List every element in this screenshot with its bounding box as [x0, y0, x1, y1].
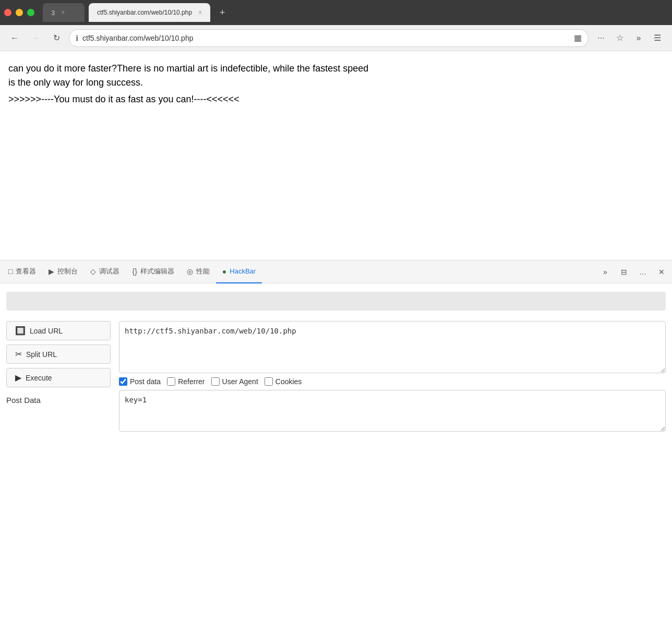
- user-agent-checkbox-text: User Agent: [222, 377, 258, 386]
- tab-hackbar[interactable]: ● HackBar: [216, 260, 262, 283]
- star-icon: ☆: [616, 33, 623, 43]
- reload-icon: ↻: [53, 33, 60, 43]
- load-url-label: Load URL: [30, 327, 63, 335]
- tab-label-active: ctf5.shiyanbar.com/web/10/10.php: [97, 9, 192, 16]
- tab-inspector[interactable]: □ 查看器: [2, 260, 42, 283]
- dock-icon: ⊟: [621, 268, 627, 276]
- post-data-checkbox-label[interactable]: Post data: [119, 377, 161, 386]
- split-url-icon: ✂: [15, 349, 22, 359]
- reload-button[interactable]: ↻: [48, 30, 65, 46]
- browser-tab-inactive[interactable]: 3 ×: [43, 3, 85, 22]
- style-icon: {}: [132, 267, 137, 276]
- more-panels-icon: »: [603, 268, 607, 276]
- referrer-checkbox-label[interactable]: Referrer: [167, 377, 205, 386]
- checkboxes-row: Post data Referrer User Agent Cookies: [119, 377, 666, 386]
- post-data-checkbox[interactable]: [119, 377, 127, 386]
- post-data-label: Post Data: [6, 396, 41, 405]
- devtools-close-button[interactable]: ✕: [653, 264, 670, 280]
- minimize-traffic-light[interactable]: [16, 9, 23, 16]
- inspector-label: 查看器: [16, 267, 36, 276]
- debugger-label: 调试器: [99, 267, 119, 276]
- close-traffic-light[interactable]: [4, 9, 11, 16]
- forward-icon: →: [31, 33, 40, 43]
- qr-icon[interactable]: ▦: [574, 33, 582, 43]
- post-data-section-label: Post Data: [6, 396, 111, 405]
- security-icon: ℹ: [76, 34, 78, 42]
- menu-button[interactable]: ☰: [649, 30, 666, 46]
- forward-button[interactable]: →: [27, 30, 44, 46]
- url-input[interactable]: [119, 321, 666, 373]
- hackbar-panel: 🔲 Load URL ✂ Split URL ▶ Execute Post Da…: [0, 283, 672, 442]
- post-data-checkbox-text: Post data: [130, 377, 161, 386]
- cookies-checkbox[interactable]: [265, 377, 273, 386]
- nav-bar: ← → ↻ ℹ ctf5.shiyanbar.com/web/10/10.php…: [0, 25, 672, 51]
- nav-actions: ··· ☆ » ☰: [593, 30, 666, 46]
- maximize-traffic-light[interactable]: [27, 9, 34, 16]
- traffic-lights: [4, 9, 34, 16]
- tab-close-inactive[interactable]: ×: [61, 9, 65, 16]
- hackbar-button-group: 🔲 Load URL ✂ Split URL ▶ Execute Post Da…: [6, 321, 111, 432]
- page-text-line3: >>>>>>----You must do it as fast as you …: [8, 92, 664, 107]
- split-url-label: Split URL: [26, 350, 57, 359]
- performance-label: 性能: [196, 267, 210, 276]
- devtools-options-button[interactable]: …: [634, 264, 651, 280]
- devtools-options-icon: …: [639, 268, 646, 276]
- user-agent-checkbox-label[interactable]: User Agent: [211, 377, 258, 386]
- back-button[interactable]: ←: [6, 30, 23, 46]
- more-panels-button[interactable]: »: [597, 264, 614, 280]
- new-tab-button[interactable]: +: [214, 5, 230, 20]
- tab-label: 3: [51, 9, 55, 17]
- browser-chrome: 3 × ctf5.shiyanbar.com/web/10/10.php × +…: [0, 0, 672, 51]
- bookmark-button[interactable]: ☆: [611, 30, 628, 46]
- devtools-tab-bar: □ 查看器 ▶ 控制台 ◇ 调试器 {} 样式编辑器 ◎ 性能 ● HackBa…: [0, 260, 672, 283]
- cookies-checkbox-label[interactable]: Cookies: [265, 377, 302, 386]
- console-icon: ▶: [49, 267, 54, 276]
- back-icon: ←: [10, 33, 19, 43]
- load-url-button[interactable]: 🔲 Load URL: [6, 321, 111, 340]
- hackbar-icon: ●: [222, 267, 226, 276]
- hamburger-icon: ☰: [654, 33, 661, 43]
- dock-button[interactable]: ⊟: [616, 264, 632, 280]
- browser-tab-active[interactable]: ctf5.shiyanbar.com/web/10/10.php ×: [89, 3, 210, 22]
- more-button[interactable]: ···: [593, 30, 609, 46]
- extensions-icon: »: [637, 33, 641, 43]
- devtools-close-icon: ✕: [658, 268, 665, 276]
- user-agent-checkbox[interactable]: [211, 377, 220, 386]
- performance-icon: ◎: [187, 267, 193, 276]
- style-label: 样式编辑器: [140, 267, 174, 276]
- tab-console[interactable]: ▶ 控制台: [42, 260, 84, 283]
- inspector-icon: □: [8, 267, 13, 276]
- devtools-panel: □ 查看器 ▶ 控制台 ◇ 调试器 {} 样式编辑器 ◎ 性能 ● HackBa…: [0, 260, 672, 442]
- page-text-line1: can you do it more faster?There is no ma…: [8, 62, 664, 76]
- execute-button[interactable]: ▶ Execute: [6, 368, 111, 387]
- hackbar-body: 🔲 Load URL ✂ Split URL ▶ Execute Post Da…: [0, 315, 672, 438]
- debugger-icon: ◇: [90, 267, 96, 276]
- load-url-icon: 🔲: [15, 326, 26, 336]
- address-bar[interactable]: ℹ ctf5.shiyanbar.com/web/10/10.php ▦: [69, 29, 589, 47]
- hackbar-right-panel: Post data Referrer User Agent Cookies: [119, 321, 666, 432]
- referrer-checkbox-text: Referrer: [178, 377, 205, 386]
- cookies-checkbox-text: Cookies: [275, 377, 302, 386]
- tab-style-editor[interactable]: {} 样式编辑器: [126, 260, 180, 283]
- tab-close-active[interactable]: ×: [198, 9, 202, 16]
- execute-label: Execute: [26, 374, 52, 382]
- hackbar-top-bar: [6, 292, 666, 311]
- tab-debugger[interactable]: ◇ 调试器: [84, 260, 126, 283]
- hackbar-label: HackBar: [230, 267, 256, 275]
- console-label: 控制台: [57, 267, 78, 276]
- split-url-button[interactable]: ✂ Split URL: [6, 344, 111, 364]
- page-content: can you do it more faster?There is no ma…: [0, 51, 672, 260]
- post-data-input[interactable]: [119, 390, 666, 432]
- page-text-line2: is the only way for long success.: [8, 76, 664, 90]
- more-icon: ···: [597, 33, 604, 43]
- extensions-button[interactable]: »: [630, 30, 647, 46]
- referrer-checkbox[interactable]: [167, 377, 175, 386]
- execute-icon: ▶: [15, 373, 21, 383]
- devtools-more-actions: » ⊟ … ✕: [597, 264, 670, 280]
- title-bar: 3 × ctf5.shiyanbar.com/web/10/10.php × +: [0, 0, 672, 25]
- address-text: ctf5.shiyanbar.com/web/10/10.php: [82, 34, 570, 42]
- tab-performance[interactable]: ◎ 性能: [181, 260, 216, 283]
